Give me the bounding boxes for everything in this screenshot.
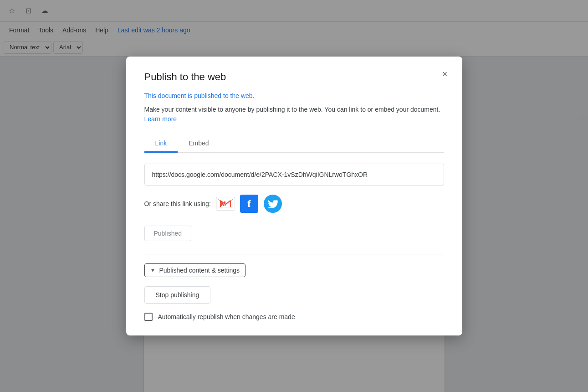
gmail-share-icon[interactable]: M [216, 195, 235, 213]
stop-publishing-button[interactable]: Stop publishing [144, 286, 211, 304]
modal-title: Publish to the web [144, 71, 444, 83]
tab-link[interactable]: Link [144, 135, 178, 153]
settings-toggle-button[interactable]: ▼ Published content & settings [144, 263, 246, 277]
close-button[interactable]: × [437, 66, 453, 82]
modal-description: Make your content visible to anyone by p… [144, 105, 444, 124]
published-notice: This document is published to the web. [144, 92, 444, 99]
modal-overlay: Publish to the web × This document is pu… [0, 0, 588, 392]
share-row: Or share this link using: M f [144, 195, 444, 213]
tabs-container: Link Embed [144, 135, 444, 153]
auto-republish-checkbox[interactable] [144, 313, 153, 321]
published-button: Published [144, 226, 192, 241]
learn-more-link[interactable]: Learn more [144, 115, 177, 123]
divider [144, 254, 444, 254]
settings-toggle-label: Published content & settings [159, 267, 240, 274]
twitter-share-icon[interactable] [264, 195, 282, 213]
auto-republish-label: Automatically republish when changes are… [158, 313, 295, 320]
share-label: Or share this link using: [144, 200, 211, 207]
auto-republish-row: Automatically republish when changes are… [144, 313, 444, 321]
url-input-container [144, 164, 444, 186]
tab-embed[interactable]: Embed [178, 135, 220, 153]
chevron-down-icon: ▼ [150, 267, 156, 273]
facebook-share-icon[interactable]: f [240, 195, 258, 213]
publish-modal: Publish to the web × This document is pu… [126, 57, 462, 335]
url-input[interactable] [144, 164, 444, 186]
